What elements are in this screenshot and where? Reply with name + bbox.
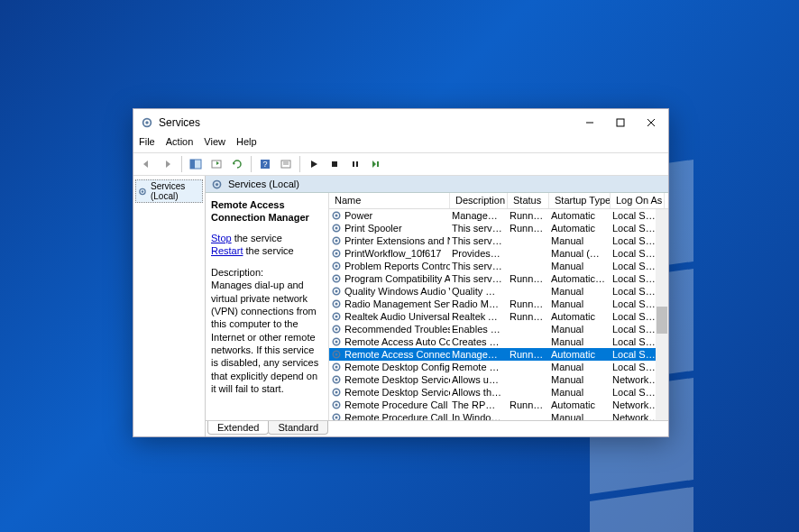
- refresh-button[interactable]: [227, 154, 247, 174]
- service-row[interactable]: Print SpoolerThis service …RunningAutoma…: [329, 222, 668, 234]
- tab-extended[interactable]: Extended: [207, 421, 269, 435]
- service-name: Remote Access Auto Connec…: [344, 336, 450, 347]
- tab-standard[interactable]: Standard: [268, 421, 328, 435]
- tree-root-item[interactable]: Services (Local): [135, 179, 203, 203]
- service-name: Quality Windows Audio Vid…: [344, 286, 450, 297]
- service-startup: Automatic: [549, 223, 611, 234]
- view-tabs: Extended Standard: [206, 420, 668, 436]
- service-row[interactable]: Remote Procedure Call (RPC)…In Windows ……: [329, 411, 668, 420]
- service-startup: Automatic: [549, 311, 611, 322]
- service-name: Remote Access Connection …: [344, 349, 450, 360]
- svg-point-37: [335, 303, 338, 306]
- window-title: Services: [159, 116, 574, 129]
- service-row[interactable]: Remote Access Connection …Manages di…Run…: [329, 348, 668, 361]
- titlebar[interactable]: Services: [133, 109, 668, 136]
- forward-button[interactable]: [158, 154, 178, 174]
- gear-icon: [331, 223, 342, 234]
- service-startup: Manual: [549, 235, 611, 246]
- service-name: Realtek Audio Universal Serv…: [344, 311, 450, 322]
- service-row[interactable]: PowerManages po…RunningAutomaticLocal Sy…: [329, 209, 668, 222]
- service-row[interactable]: Radio Management ServiceRadio Mana…Runni…: [329, 298, 668, 310]
- tree-pane: Services (Local): [133, 176, 206, 436]
- service-name: Print Spooler: [344, 223, 402, 234]
- service-desc: In Windows …: [450, 412, 508, 420]
- restart-service-button[interactable]: [366, 154, 386, 174]
- maximize-button[interactable]: [605, 111, 636, 134]
- service-row[interactable]: Problem Reports Control Pa…This service …: [329, 260, 668, 272]
- gear-icon: [331, 374, 342, 385]
- svg-point-29: [335, 252, 338, 255]
- col-startup[interactable]: Startup Type: [549, 193, 611, 208]
- column-headers: Name Description Status Startup Type Log…: [329, 193, 668, 209]
- service-startup: Manual: [549, 412, 611, 420]
- service-name: Remote Procedure Call (RPC): [344, 399, 450, 410]
- gear-icon: [331, 412, 342, 420]
- service-row[interactable]: Remote Access Auto Connec…Creates a co…M…: [329, 335, 668, 348]
- col-logon[interactable]: Log On As: [611, 193, 665, 208]
- stop-service-button[interactable]: [325, 154, 344, 174]
- service-startup: Manual: [549, 261, 611, 271]
- vertical-scrollbar[interactable]: [656, 209, 668, 420]
- service-row[interactable]: Remote Desktop Services Us…Allows the re…: [329, 386, 668, 399]
- start-service-button[interactable]: [304, 154, 324, 174]
- menubar: File Action View Help: [133, 136, 668, 152]
- service-desc: Enables aut…: [450, 324, 508, 335]
- help-button[interactable]: ?: [255, 154, 275, 174]
- list-header-title: Services (Local): [228, 179, 299, 189]
- service-row[interactable]: Remote Desktop ServicesAllows users …Man…: [329, 373, 668, 386]
- col-description[interactable]: Description: [450, 193, 508, 208]
- show-hide-tree-button[interactable]: [186, 154, 206, 174]
- gear-icon: [331, 311, 342, 322]
- service-row[interactable]: Recommended Troubleshoo…Enables aut…Manu…: [329, 323, 668, 335]
- gear-icon: [331, 248, 342, 259]
- description-text: Manages dial-up and virtual private netw…: [211, 279, 321, 395]
- menu-view[interactable]: View: [204, 136, 225, 152]
- scroll-thumb[interactable]: [657, 307, 667, 334]
- restart-link[interactable]: Restart: [211, 245, 243, 256]
- svg-point-31: [335, 265, 338, 268]
- minimize-button[interactable]: [574, 111, 605, 134]
- service-row[interactable]: Quality Windows Audio Vid…Quality Win…Ma…: [329, 285, 668, 298]
- stop-link[interactable]: Stop: [211, 233, 232, 243]
- svg-point-35: [335, 290, 338, 293]
- menu-file[interactable]: File: [139, 136, 155, 152]
- service-desc: Manages di…: [450, 349, 508, 360]
- properties-button[interactable]: [276, 154, 296, 174]
- svg-point-1: [145, 121, 149, 124]
- svg-point-51: [335, 391, 338, 394]
- service-startup: Automatic: [549, 349, 611, 360]
- service-desc: The RPCSS s…: [450, 399, 508, 410]
- service-startup: Manual: [549, 298, 611, 309]
- svg-text:?: ?: [262, 160, 267, 169]
- service-row[interactable]: Remote Procedure Call (RPC)The RPCSS s…R…: [329, 399, 668, 411]
- col-name[interactable]: Name: [329, 193, 450, 208]
- service-name: PrintWorkflow_10f617: [344, 248, 441, 259]
- col-status[interactable]: Status: [508, 193, 549, 208]
- service-row[interactable]: Realtek Audio Universal Serv…Realtek Aud…: [329, 310, 668, 323]
- menu-action[interactable]: Action: [166, 136, 194, 152]
- tree-root-label: Services (Local): [151, 181, 200, 201]
- svg-rect-7: [190, 160, 195, 169]
- back-button[interactable]: [137, 154, 157, 174]
- menu-help[interactable]: Help: [236, 136, 257, 152]
- close-button[interactable]: [636, 111, 666, 134]
- service-status: Running: [508, 399, 549, 410]
- svg-point-49: [335, 379, 338, 381]
- service-desc: This service …: [450, 235, 508, 246]
- service-desc: This service …: [450, 261, 508, 271]
- service-row[interactable]: Remote Desktop Configurati…Remote Des…Ma…: [329, 361, 668, 373]
- pause-service-button[interactable]: [345, 154, 365, 174]
- service-desc: Realtek Audi…: [450, 311, 508, 322]
- service-row[interactable]: PrintWorkflow_10f617Provides sup…Manual …: [329, 247, 668, 260]
- service-name: Remote Procedure Call (RPC)…: [344, 412, 450, 420]
- export-list-button[interactable]: [207, 154, 226, 174]
- service-row[interactable]: Printer Extensions and Notifi…This servi…: [329, 234, 668, 247]
- service-status: Running: [508, 273, 549, 284]
- gear-icon: [138, 186, 147, 197]
- service-name: Remote Desktop Services: [344, 374, 450, 385]
- service-row[interactable]: Program Compatibility Assis…This service…: [329, 272, 668, 285]
- gear-icon: [331, 399, 342, 410]
- service-desc: Manages po…: [450, 210, 508, 221]
- gear-icon: [331, 324, 342, 335]
- svg-point-53: [335, 404, 338, 407]
